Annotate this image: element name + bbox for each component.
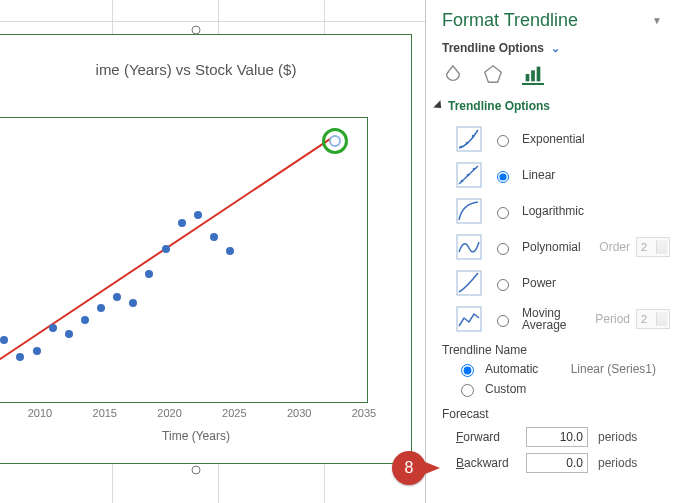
radio-automatic[interactable] — [461, 364, 474, 377]
x-tick: 2025 — [222, 407, 246, 419]
data-point — [226, 247, 234, 255]
data-point — [81, 316, 89, 324]
period-label: Period — [595, 312, 630, 326]
resize-handle-bottom[interactable] — [192, 466, 201, 475]
option-label: MovingAverage — [522, 307, 566, 331]
forward-input[interactable] — [526, 427, 588, 447]
option-label: Polynomial — [522, 240, 581, 254]
power-icon — [456, 270, 482, 296]
svg-point-13 — [473, 168, 476, 171]
option-polynomial[interactable]: Polynomial Order 2 — [456, 229, 670, 265]
svg-point-12 — [467, 174, 470, 177]
svg-point-6 — [460, 146, 463, 149]
data-point — [16, 353, 24, 361]
data-point — [129, 299, 137, 307]
radio-linear[interactable] — [497, 171, 509, 183]
x-tick: 2010 — [28, 407, 52, 419]
callout-tail-icon — [418, 459, 440, 477]
order-value: 2 — [641, 241, 647, 253]
x-axis-label[interactable]: Time (Years) — [0, 429, 411, 443]
option-exponential[interactable]: Exponential — [456, 121, 670, 157]
chevron-down-icon: ⌄ — [548, 42, 560, 54]
trendline — [0, 118, 367, 402]
forward-label: Forward — [456, 430, 526, 444]
forecast-label: Forecast — [426, 397, 680, 421]
data-point — [194, 211, 202, 219]
data-point — [113, 293, 121, 301]
order-spinner[interactable]: 2 — [636, 237, 670, 257]
x-tick: 2030 — [287, 407, 311, 419]
chart-object[interactable]: ime (Years) vs Stock Value ($) — [0, 34, 412, 464]
radio-power[interactable] — [497, 279, 509, 291]
format-trendline-pane: Format Trendline ▼ Trendline Options ⌄ T… — [425, 0, 680, 503]
period-value: 2 — [641, 313, 647, 325]
radio-custom[interactable] — [461, 384, 474, 397]
svg-rect-3 — [531, 70, 535, 81]
x-tick: 2015 — [93, 407, 117, 419]
forecast-backward-row: Backward periods — [426, 447, 680, 473]
option-label: Linear — [522, 168, 555, 182]
chart-title[interactable]: ime (Years) vs Stock Value ($) — [0, 61, 411, 78]
data-point — [162, 245, 170, 253]
option-label: Exponential — [522, 132, 585, 146]
backward-unit: periods — [598, 456, 637, 470]
x-axis[interactable]: 05 2010 2015 2020 2025 2030 2035 — [0, 407, 368, 427]
gridline — [0, 21, 425, 22]
option-power[interactable]: Power — [456, 265, 670, 301]
automatic-value: Linear (Series1) — [571, 362, 670, 376]
svg-point-8 — [472, 135, 475, 138]
linear-icon — [456, 162, 482, 188]
automatic-label: Automatic — [485, 362, 538, 376]
data-point — [210, 233, 218, 241]
section-title: Trendline Options — [448, 99, 550, 113]
disclosure-triangle-icon[interactable] — [433, 100, 444, 111]
data-point — [49, 324, 57, 332]
radio-polynomial[interactable] — [497, 243, 509, 255]
option-moving-average[interactable]: MovingAverage Period 2 — [456, 301, 670, 337]
svg-rect-4 — [537, 67, 541, 82]
forecast-forward-row: Forward periods — [426, 421, 680, 447]
option-label: Logarithmic — [522, 204, 584, 218]
data-point — [33, 347, 41, 355]
data-point — [0, 336, 8, 344]
tab-trendline-options-icon[interactable] — [522, 63, 544, 85]
dropdown-label: Trendline Options — [442, 41, 544, 55]
forward-unit: periods — [598, 430, 637, 444]
pane-title: Format Trendline — [442, 10, 578, 31]
svg-rect-2 — [526, 74, 530, 81]
data-point — [178, 219, 186, 227]
x-tick: 2035 — [352, 407, 376, 419]
forecast-endpoint-highlight — [322, 128, 348, 154]
radio-moving-average[interactable] — [497, 315, 509, 327]
pane-menu-button[interactable]: ▼ — [652, 15, 664, 26]
svg-line-0 — [0, 138, 332, 386]
backward-input[interactable] — [526, 453, 588, 473]
option-label: Power — [522, 276, 556, 290]
svg-point-7 — [466, 142, 469, 145]
trendline-name-label: Trendline Name — [426, 337, 680, 357]
worksheet-area: ime (Years) vs Stock Value ($) — [0, 0, 425, 503]
option-logarithmic[interactable]: Logarithmic — [456, 193, 670, 229]
period-spinner[interactable]: 2 — [636, 309, 670, 329]
radio-logarithmic[interactable] — [497, 207, 509, 219]
svg-point-11 — [461, 180, 464, 183]
tab-effects-icon[interactable] — [482, 63, 504, 85]
radio-exponential[interactable] — [497, 135, 509, 147]
option-linear[interactable]: Linear — [456, 157, 670, 193]
backward-label: Backward — [456, 456, 526, 470]
data-point — [97, 304, 105, 312]
moving-average-icon — [456, 306, 482, 332]
svg-marker-1 — [485, 66, 502, 83]
resize-handle-top[interactable] — [192, 26, 201, 35]
trendline-options-dropdown[interactable]: Trendline Options ⌄ — [442, 41, 560, 55]
polynomial-icon — [456, 234, 482, 260]
trendline-type-options: Exponential Linear Logarithmic Polynomia… — [426, 119, 680, 337]
custom-label: Custom — [485, 382, 526, 396]
logarithmic-icon — [456, 198, 482, 224]
tab-fill-line-icon[interactable] — [442, 63, 464, 85]
svg-rect-17 — [457, 307, 481, 331]
exponential-icon — [456, 126, 482, 152]
plot-area[interactable] — [0, 117, 368, 403]
data-point — [145, 270, 153, 278]
step-callout: 8 — [392, 447, 444, 489]
